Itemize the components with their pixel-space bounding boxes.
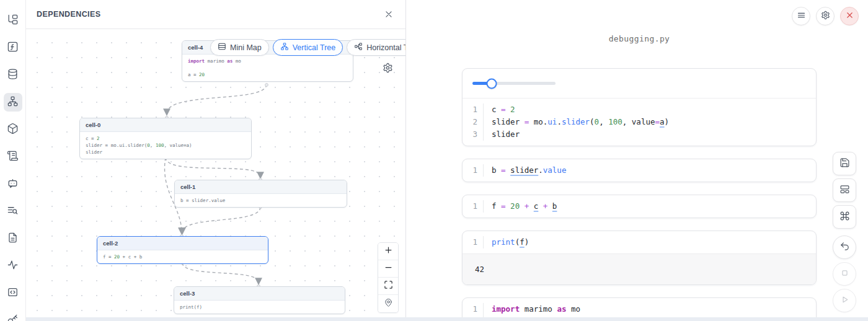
code-editor[interactable]: 123c = 2slider = mo.ui.slider(0, 100, va… <box>463 99 816 146</box>
graph-settings-gear-icon[interactable] <box>383 63 393 73</box>
snippets-icon <box>7 232 19 246</box>
vertical-tree-icon <box>280 42 289 53</box>
notebook-filename: debugging.py <box>462 34 817 43</box>
graph-zoom-controls <box>378 242 399 313</box>
layout-icon <box>839 184 850 197</box>
layout-button[interactable] <box>833 178 856 202</box>
graph-node-code: import marimo as mo a = 20 <box>182 55 353 81</box>
stop-icon <box>839 268 850 281</box>
plus-icon <box>384 245 393 257</box>
code-editor[interactable]: 1print(f) <box>463 231 816 253</box>
cell-b[interactable]: 1b = slider.value <box>462 159 817 182</box>
helper-icon-rail <box>0 0 26 321</box>
bottom-scrollbar-track[interactable] <box>26 317 868 321</box>
code-lines: c = 2slider = mo.ui.slider(0, 100, value… <box>484 103 816 141</box>
graph-node-cell-0[interactable]: cell-0c = 2slider = mo.ui.slider(0, 100,… <box>79 118 252 159</box>
graph-node-cell-2[interactable]: cell-2f = 20 + c + b <box>97 236 268 264</box>
minimap-icon <box>218 42 226 53</box>
code-lines: print(f) <box>484 236 816 248</box>
command-button[interactable] <box>833 205 856 229</box>
pin-button[interactable] <box>378 295 398 312</box>
graph-node-cell-3[interactable]: cell-3print(f) <box>174 286 345 314</box>
settings-icon <box>821 11 830 22</box>
menu-icon <box>797 11 806 22</box>
cell-slider[interactable]: 123c = 2slider = mo.ui.slider(0, 100, va… <box>462 68 817 146</box>
sidebar-item-chat[interactable] <box>4 175 22 193</box>
cell-print[interactable]: 1print(f)42 <box>462 231 817 285</box>
sidebar-item-code-block[interactable] <box>4 284 22 302</box>
sidebar-item-documentation[interactable] <box>4 147 22 166</box>
minus-button[interactable] <box>378 260 398 278</box>
cell-f[interactable]: 1f = 20 + c + b <box>462 195 817 218</box>
button-label: Vertical Tree <box>293 43 335 52</box>
sidebar-item-secrets[interactable] <box>4 311 22 321</box>
dependencies-icon <box>7 95 19 110</box>
command-icon <box>839 211 850 224</box>
undo-icon <box>839 241 850 254</box>
play-button <box>833 289 856 312</box>
button-label: Mini Map <box>230 43 262 52</box>
save-icon <box>839 157 850 170</box>
settings-button[interactable] <box>816 7 835 25</box>
close-icon <box>845 11 854 22</box>
plus-button[interactable] <box>378 243 398 260</box>
graph-node-title: cell-3 <box>174 287 345 301</box>
sidebar-item-logs[interactable] <box>4 202 22 221</box>
dependencies-panel: DEPENDENCIES cell-4import marimo as mo a… <box>26 0 406 321</box>
pin-icon <box>384 298 393 310</box>
menu-button[interactable] <box>792 7 810 25</box>
chat-icon <box>7 177 19 191</box>
graph-node-title: cell-0 <box>80 118 251 132</box>
documentation-icon <box>7 150 19 164</box>
sidebar-item-file-tree[interactable] <box>4 11 22 30</box>
notebook-cells: 123c = 2slider = mo.ui.slider(0, 100, va… <box>462 68 817 321</box>
variables-icon <box>7 41 19 55</box>
dependency-graph-canvas[interactable]: cell-4import marimo as mo a = 20cell-0c … <box>26 29 405 321</box>
logs-icon <box>7 204 19 219</box>
maximize-icon <box>384 280 393 292</box>
sidebar-item-snippets[interactable] <box>4 229 22 248</box>
slider-track[interactable] <box>472 82 556 85</box>
sidebar-item-datasources[interactable] <box>4 66 22 84</box>
sidebar-item-tracing[interactable] <box>4 257 22 275</box>
secrets-icon <box>7 314 19 321</box>
packages-icon <box>7 123 19 137</box>
file-tree-icon <box>7 14 19 28</box>
graph-node-cell-1[interactable]: cell-1b = slider.value <box>174 180 347 208</box>
slider-output <box>463 69 816 99</box>
line-numbers: 123 <box>463 103 484 141</box>
notebook-area: debugging.py 123c = 2slider = mo.ui.slid… <box>406 0 868 321</box>
save-button[interactable] <box>833 152 856 175</box>
sidebar-item-dependencies[interactable] <box>4 93 22 112</box>
code-editor[interactable]: 1f = 20 + c + b <box>463 195 816 218</box>
horizontal-tree-icon <box>354 42 363 53</box>
sidebar-item-variables[interactable] <box>4 38 22 57</box>
graph-node-code: c = 2slider = mo.ui.slider(0, 100, value… <box>80 132 251 159</box>
close-icon[interactable] <box>383 8 395 20</box>
graph-node-code: print(f) <box>174 301 345 314</box>
dependencies-panel-header: DEPENDENCIES <box>26 0 405 29</box>
vertical-tree-button[interactable]: Vertical Tree <box>273 39 343 56</box>
horizontal-tree-button[interactable]: Horizontal Tree <box>347 39 405 56</box>
slider-thumb[interactable] <box>486 78 497 89</box>
code-block-icon <box>7 286 19 301</box>
line-numbers: 1 <box>463 164 484 177</box>
tracing-icon <box>7 259 19 273</box>
mini-map-button[interactable]: Mini Map <box>210 39 269 56</box>
cell-output: 42 <box>463 253 816 284</box>
close-button[interactable] <box>840 7 859 25</box>
graph-node-code: b = slider.value <box>175 194 347 207</box>
code-editor[interactable]: 1b = slider.value <box>463 159 816 182</box>
graph-view-toolbar: Mini MapVertical TreeHorizontal Tree <box>210 39 405 56</box>
play-icon <box>839 294 850 307</box>
stop-button <box>833 262 856 286</box>
undo-button[interactable] <box>833 235 856 259</box>
graph-node-title: cell-1 <box>175 180 347 194</box>
line-numbers: 1 <box>463 200 484 213</box>
line-numbers: 1 <box>463 236 484 248</box>
marimo-app: DEPENDENCIES cell-4import marimo as mo a… <box>0 0 868 321</box>
code-lines: f = 20 + c + b <box>484 200 816 213</box>
maximize-button[interactable] <box>378 278 398 295</box>
code-lines: b = slider.value <box>484 164 816 177</box>
sidebar-item-packages[interactable] <box>4 120 22 139</box>
